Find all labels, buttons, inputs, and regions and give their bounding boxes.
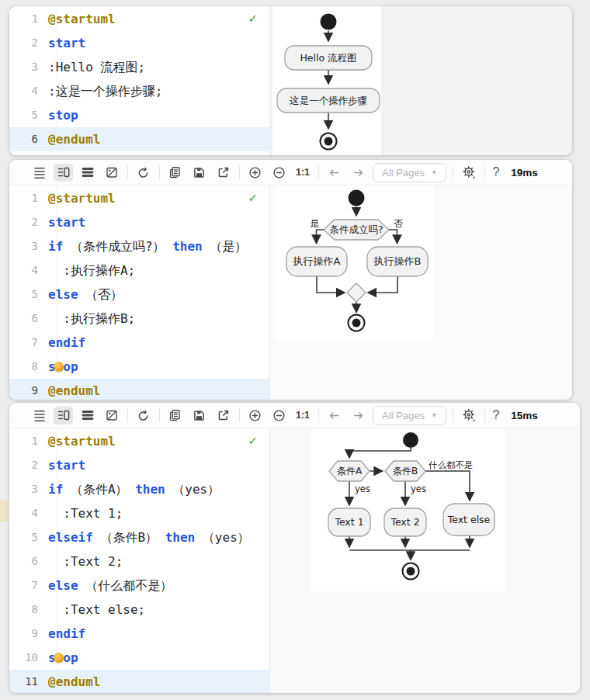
toolbar-2: 1:1 All Pages▼ ? 19ms <box>9 160 572 185</box>
code-view-button[interactable] <box>30 407 49 425</box>
code-line-text: @startuml <box>48 429 116 453</box>
code-line-5[interactable]: 5elseif （条件B） then （yes） <box>9 525 269 549</box>
code-line-4[interactable]: 4:这是一个操作步骤; <box>9 79 269 103</box>
code-line-text: endif <box>48 331 85 355</box>
code-line-11[interactable]: 11@enduml <box>9 670 269 693</box>
code-line-2[interactable]: 2start <box>9 453 269 477</box>
code-line-3[interactable]: 3:Hello 流程图; <box>9 55 269 79</box>
code-line-2[interactable]: 2start <box>9 210 269 234</box>
code-line-6[interactable]: 6 :Text 2; <box>9 549 269 574</box>
code-token: :Text 1; <box>48 506 123 521</box>
branch-yes-label: yes <box>411 483 426 494</box>
image-view-button[interactable] <box>102 407 121 425</box>
zoom-out-button[interactable] <box>269 164 289 182</box>
refresh-icon <box>137 166 150 179</box>
line-number: 1 <box>9 429 48 453</box>
syntax-ok-check-icon: ✓ <box>248 429 258 453</box>
help-button[interactable]: ? <box>491 164 501 182</box>
code-token: elseif <box>48 530 93 545</box>
code-editor-3[interactable]: 1@startuml✓2start3if （条件A） then （yes）4 :… <box>9 428 270 693</box>
line-number: 4 <box>9 258 48 282</box>
code-line-5[interactable]: 5else （否） <box>9 282 269 307</box>
zoom-in-button[interactable] <box>245 407 265 425</box>
toolbar-separator <box>453 408 453 422</box>
settings-button[interactable] <box>459 407 478 425</box>
code-line-text: @enduml <box>48 670 100 693</box>
code-line-3[interactable]: 3if （条件A） then （yes） <box>9 477 269 501</box>
code-token: @enduml <box>48 383 100 398</box>
code-token: （什么都不是） <box>78 578 173 593</box>
toolbar-3: 1:1 All Pages▼ ? 15ms <box>9 403 580 428</box>
export-button[interactable] <box>213 164 233 182</box>
save-button[interactable] <box>189 407 209 425</box>
code-line-8[interactable]: 8stop <box>9 355 269 379</box>
quickfix-bulb-icon[interactable] <box>54 362 64 372</box>
copy-button[interactable] <box>165 164 185 182</box>
next-page-button[interactable] <box>349 164 368 182</box>
settings-button[interactable] <box>459 164 478 182</box>
condition-label: 条件B <box>393 466 418 476</box>
zoom-in-icon <box>248 166 262 179</box>
copy-button[interactable] <box>165 407 185 425</box>
code-line-text: @enduml <box>48 379 100 400</box>
line-number: 3 <box>9 55 48 79</box>
code-line-1[interactable]: 1@startuml✓ <box>9 429 269 453</box>
split-view-button[interactable] <box>54 407 73 425</box>
code-line-7[interactable]: 7else （什么都不是） <box>9 574 269 598</box>
code-line-7[interactable]: 7endif <box>9 331 269 355</box>
line-number: 7 <box>9 574 48 598</box>
refresh-button[interactable] <box>134 407 153 425</box>
export-button[interactable] <box>213 407 233 425</box>
activity-node-label: Hello 流程图 <box>300 52 356 64</box>
code-line-1[interactable]: 1@startuml✓ <box>9 186 269 210</box>
refresh-button[interactable] <box>134 164 153 182</box>
image-view-button[interactable] <box>102 164 121 182</box>
toolbar-separator <box>239 408 240 422</box>
code-line-3[interactable]: 3if （条件成立吗?） then （是） <box>9 234 269 258</box>
code-line-1[interactable]: 1@startuml✓ <box>9 7 269 31</box>
code-line-text: elseif （条件B） then （yes） <box>48 525 250 549</box>
code-line-text: start <box>48 31 85 55</box>
code-editor-1[interactable]: 1@startuml✓2start3:Hello 流程图;4:这是一个操作步骤;… <box>9 6 270 155</box>
split-view-icon <box>57 409 70 421</box>
code-line-4[interactable]: 4 :执行操作A; <box>9 258 269 282</box>
save-button[interactable] <box>189 164 209 182</box>
zoom-out-button[interactable] <box>269 407 289 425</box>
arrow-right-icon <box>352 409 365 422</box>
split-view-button[interactable] <box>54 164 73 182</box>
toolbar-separator <box>239 165 240 179</box>
page-select-dropdown[interactable]: All Pages▼ <box>373 406 446 425</box>
line-number: 6 <box>9 549 48 574</box>
zoom-reset-button[interactable]: 1:1 <box>293 164 312 182</box>
export-icon <box>217 166 230 179</box>
code-line-5[interactable]: 5stop <box>9 103 269 127</box>
copy-icon <box>168 166 182 179</box>
code-line-text: start <box>48 453 85 477</box>
preview-view-button[interactable] <box>78 407 97 425</box>
toolbar-separator <box>453 165 453 179</box>
toolbar-separator <box>159 165 160 179</box>
zoom-in-button[interactable] <box>245 164 265 182</box>
branch-no-label: 否 <box>394 218 403 229</box>
zoom-reset-button[interactable]: 1:1 <box>293 407 312 425</box>
prev-page-button[interactable] <box>324 164 344 182</box>
preview-view-button[interactable] <box>78 164 97 182</box>
page-select-dropdown[interactable]: All Pages▼ <box>373 163 446 182</box>
code-editor-2[interactable]: 1@startuml✓2start3if （条件成立吗?） then （是）4 … <box>9 185 270 400</box>
code-line-6[interactable]: 6 :执行操作B; <box>9 307 269 331</box>
code-line-6[interactable]: 6@enduml <box>9 127 269 151</box>
help-button[interactable]: ? <box>491 407 501 425</box>
code-line-4[interactable]: 4 :Text 1; <box>9 501 269 525</box>
syntax-ok-check-icon: ✓ <box>248 186 258 210</box>
code-line-9[interactable]: 9endif <box>9 622 269 646</box>
code-view-button[interactable] <box>30 164 49 182</box>
code-line-2[interactable]: 2start <box>9 31 269 55</box>
next-page-button[interactable] <box>349 407 368 425</box>
code-line-text: :执行操作B; <box>48 307 135 331</box>
prev-page-button[interactable] <box>324 407 344 425</box>
code-line-10[interactable]: 10stop <box>9 646 269 670</box>
condition-label: 条件A <box>337 466 363 476</box>
code-line-9[interactable]: 9@enduml <box>9 379 269 400</box>
quickfix-bulb-icon[interactable] <box>54 653 64 663</box>
code-line-8[interactable]: 8 :Text else; <box>9 598 269 622</box>
